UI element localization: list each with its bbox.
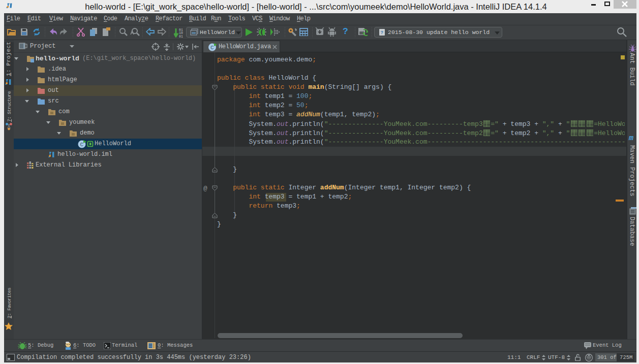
svg-text:?: ? xyxy=(381,30,384,35)
svg-text:C: C xyxy=(80,142,84,148)
svg-text:C: C xyxy=(210,45,214,51)
svg-text:01: 01 xyxy=(179,35,183,38)
